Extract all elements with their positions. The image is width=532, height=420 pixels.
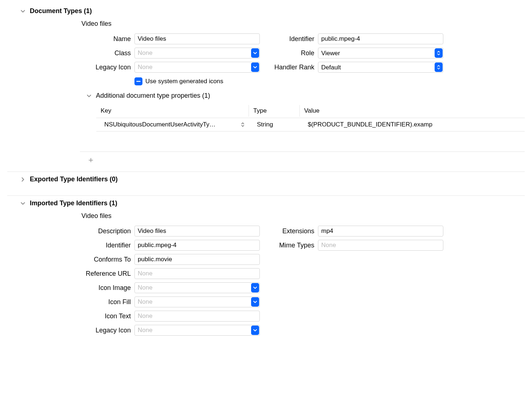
icon-text-input[interactable] <box>134 311 260 322</box>
additional-properties-header: Additional document type properties (1) <box>96 92 210 100</box>
description-input[interactable] <box>134 226 260 237</box>
stepper-icon[interactable] <box>241 122 245 128</box>
doctype-subtitle: Video files <box>7 20 525 33</box>
class-dropdown-button[interactable] <box>251 48 259 58</box>
description-label: Description <box>7 227 134 235</box>
imported-types-section: Imported Type Identifiers (1) Video file… <box>7 196 525 336</box>
icon-fill-dropdown-button[interactable] <box>251 297 259 307</box>
identifier-label: Identifier <box>269 35 318 43</box>
imported-identifier-label: Identifier <box>7 242 134 249</box>
chevron-down-icon[interactable] <box>86 93 92 98</box>
exported-types-section: Exported Type Identifiers (0) <box>7 172 525 196</box>
doctype-form: Name Class Legacy Icon Use system ge <box>7 33 525 85</box>
col-key-header: Key <box>96 105 249 117</box>
document-types-header: Document Types (1) <box>30 7 92 15</box>
imported-types-header: Imported Type Identifiers (1) <box>30 199 117 207</box>
class-input[interactable] <box>134 48 260 58</box>
imported-subtitle: Video files <box>7 212 525 226</box>
mime-types-input[interactable] <box>318 240 443 251</box>
legacy-icon-input[interactable] <box>134 62 260 73</box>
role-select[interactable]: Viewer <box>318 48 443 58</box>
imported-form: Description Identifier Conforms To Refer… <box>7 226 525 336</box>
system-icons-checkbox[interactable] <box>134 77 142 85</box>
name-label: Name <box>7 35 134 43</box>
extensions-label: Extensions <box>269 227 318 235</box>
additional-properties-table: Key Type Value NSUbiquitousDocumentUserA… <box>96 104 525 132</box>
conforms-to-input[interactable] <box>134 254 260 265</box>
icon-fill-input[interactable] <box>134 296 260 307</box>
icon-fill-label: Icon Fill <box>7 298 134 306</box>
name-input[interactable] <box>134 33 260 44</box>
imported-identifier-input[interactable] <box>134 240 260 251</box>
class-label: Class <box>7 49 134 57</box>
imported-legacy-icon-label: Legacy Icon <box>7 327 134 334</box>
reference-url-label: Reference URL <box>7 270 134 278</box>
role-label: Role <box>269 49 318 57</box>
col-type-header: Type <box>249 105 300 117</box>
icon-image-dropdown-button[interactable] <box>251 283 259 292</box>
document-types-section: Document Types (1) Video files Name Clas… <box>7 4 525 172</box>
document-types-header-row: Document Types (1) <box>7 4 525 20</box>
col-value-header: Value <box>300 105 525 117</box>
handler-rank-select[interactable]: Default <box>318 62 443 73</box>
table-row[interactable]: NSUbiquitousDocumentUserActivityTy… Stri… <box>96 118 525 132</box>
legacy-icon-label: Legacy Icon <box>7 64 134 71</box>
icon-text-label: Icon Text <box>7 312 134 320</box>
extensions-input[interactable] <box>318 226 443 237</box>
conforms-to-label: Conforms To <box>7 256 134 263</box>
chevron-down-icon[interactable] <box>20 9 25 14</box>
icon-image-input[interactable] <box>134 282 260 293</box>
legacy-icon-dropdown-button[interactable] <box>251 62 259 72</box>
add-document-type-button[interactable]: ＋ <box>87 156 94 163</box>
handler-rank-label: Handler Rank <box>269 64 318 71</box>
imported-legacy-icon-dropdown-button[interactable] <box>251 326 259 335</box>
mime-types-label: Mime Types <box>269 242 318 249</box>
reference-url-input[interactable] <box>134 268 260 279</box>
chevron-right-icon[interactable] <box>20 177 25 182</box>
row-type: String <box>249 119 300 130</box>
icon-image-label: Icon Image <box>7 284 134 292</box>
exported-types-header: Exported Type Identifiers (0) <box>30 175 118 183</box>
additional-properties-header-row: Additional document type properties (1) <box>7 85 525 101</box>
imported-legacy-icon-input[interactable] <box>134 325 260 336</box>
row-value: $(PRODUCT_BUNDLE_IDENTIFIER).examp <box>300 119 525 130</box>
identifier-input[interactable] <box>318 33 443 44</box>
system-icons-label: Use system generated icons <box>145 78 223 85</box>
chevron-down-icon[interactable] <box>20 201 25 206</box>
row-key: NSUbiquitousDocumentUserActivityTy… <box>104 121 215 128</box>
